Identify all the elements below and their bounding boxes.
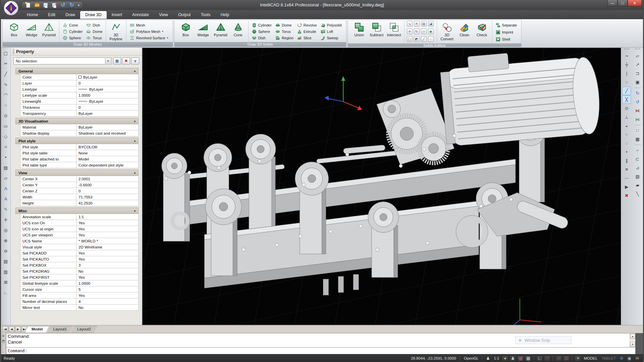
torus-button[interactable]: Torus xyxy=(85,35,103,41)
collapse-icon[interactable]: ▲ xyxy=(133,171,136,174)
polygon-tool-icon[interactable]: ◇ xyxy=(2,132,10,140)
open-file-icon[interactable] xyxy=(34,2,40,8)
shell-button[interactable]: Shell xyxy=(494,36,518,42)
line-tool-icon[interactable]: ╱ xyxy=(2,70,10,78)
color-edges-button[interactable]: ◩ xyxy=(414,36,420,42)
section-header-misc[interactable]: Misc▲ xyxy=(15,208,139,214)
rotate-cw-tool-icon[interactable]: ↻ xyxy=(633,89,642,97)
property-value[interactable]: ByLayer xyxy=(76,74,139,80)
property-value[interactable]: 41.2530 xyxy=(76,200,139,206)
wedge-button[interactable]: Wedge xyxy=(23,21,40,42)
spline-tool-icon[interactable]: ≈ xyxy=(2,143,10,151)
property-value[interactable]: None xyxy=(76,150,139,156)
zoom-in-tool-icon[interactable]: ⊕ xyxy=(2,236,10,244)
check-interference-button[interactable]: ▫ xyxy=(428,36,434,42)
subtract-button[interactable]: Subtract xyxy=(368,21,385,43)
command-history[interactable]: Command:Cancel xyxy=(6,333,635,347)
property-value[interactable]: Yes xyxy=(76,220,139,226)
redo-icon[interactable]: ↻ xyxy=(68,2,75,8)
scroll-up-icon[interactable]: ▲ xyxy=(630,334,635,339)
menu-tab-annotate[interactable]: Annotate xyxy=(127,11,154,19)
section-header-view[interactable]: View▲ xyxy=(15,170,139,176)
box-button[interactable]: Box xyxy=(5,21,23,42)
property-value[interactable]: 0 xyxy=(76,104,139,110)
property-value[interactable]: 5 xyxy=(76,286,139,292)
snap-insertion-icon[interactable]: ◌ xyxy=(622,139,631,147)
command-input[interactable]: Command: xyxy=(6,347,635,354)
toolbar-grip[interactable] xyxy=(635,49,640,50)
snap-node-icon[interactable]: ▫ xyxy=(622,130,631,139)
text-tool-icon[interactable]: A xyxy=(2,184,10,192)
close-button[interactable]: ✕ xyxy=(628,0,642,6)
snap-extension-icon[interactable]: ⋯ xyxy=(622,174,631,182)
pyramid-button[interactable]: Pyramid xyxy=(40,21,58,42)
snap-nearest-icon[interactable]: ╱ xyxy=(622,87,631,95)
property-value[interactable]: ByLayer xyxy=(76,86,139,92)
property-value[interactable]: 0 xyxy=(76,80,139,86)
property-value[interactable]: Yes xyxy=(76,226,139,232)
dish-button[interactable]: Dish xyxy=(85,22,103,28)
new-file-icon[interactable] xyxy=(25,2,32,8)
toolbar-overflow-icon[interactable]: ▾ xyxy=(78,3,79,7)
tablet-toggle[interactable]: TABLET xyxy=(600,356,617,360)
model-viewport[interactable] xyxy=(142,48,621,325)
copy-edges-button[interactable]: ▢ xyxy=(407,36,413,42)
property-value[interactable]: 3 xyxy=(76,262,139,268)
property-panel-header[interactable]: Property xyxy=(11,48,142,56)
quick-select-button[interactable]: ▦ xyxy=(113,57,121,64)
filter-button[interactable]: ▼ xyxy=(131,57,139,64)
offset-face-tool-icon[interactable]: ⊏ xyxy=(633,155,642,163)
slice-button[interactable]: Slice xyxy=(296,35,318,41)
property-value[interactable]: 4 xyxy=(76,299,139,305)
esnap-toggle-icon[interactable]: ⌖ xyxy=(555,356,562,361)
tab-layout1[interactable]: Layout1 xyxy=(47,326,73,333)
copy-faces-button[interactable]: ▤ xyxy=(421,21,427,27)
property-value[interactable]: No xyxy=(76,268,139,274)
command-scrollbar[interactable]: ▲ ▼ xyxy=(630,333,635,347)
menu-tab-output[interactable]: Output xyxy=(173,11,196,19)
cone-button[interactable]: Cone xyxy=(229,21,247,42)
chevron-down-icon[interactable]: ▾ xyxy=(105,58,111,64)
rotate-faces-button[interactable]: ↻ xyxy=(414,29,420,34)
extrude-button[interactable]: Extrude xyxy=(296,28,318,35)
property-value[interactable]: ByLayer xyxy=(76,124,139,130)
property-value[interactable]: 2D Wireframe xyxy=(76,244,139,250)
torus-button[interactable]: Torus xyxy=(274,28,294,35)
union-button[interactable]: Union xyxy=(351,21,368,43)
select-tool-icon[interactable]: ▢ xyxy=(2,49,10,57)
3d-sketch-tool-icon[interactable]: ╲ xyxy=(633,190,642,198)
property-value[interactable]: Color-dependent plot style xyxy=(76,162,139,168)
3d-convert-button[interactable]: 3D Convert xyxy=(438,21,456,43)
3d-orbit-tool-icon[interactable]: ▧ xyxy=(633,172,642,181)
snap-quick-icon[interactable]: ▶ xyxy=(622,183,631,191)
arc-tool-icon[interactable]: ◠ xyxy=(2,91,10,99)
ortho-toggle-icon[interactable]: ∟ xyxy=(536,356,543,361)
region-button[interactable]: Region xyxy=(274,35,294,41)
save-icon[interactable] xyxy=(42,2,49,8)
property-value[interactable]: Model xyxy=(76,156,139,162)
point-tool-icon[interactable]: • xyxy=(2,153,10,161)
explode-tool-icon[interactable]: ▣ xyxy=(633,78,642,86)
polysolid-button[interactable]: Polysolid xyxy=(319,22,343,28)
snap-point-icon[interactable]: ∣ xyxy=(622,69,631,78)
intersect-button[interactable]: Intersect xyxy=(385,21,403,43)
ellipse-tool-icon[interactable]: ⊙ xyxy=(2,111,10,120)
property-value[interactable]: Shadows cast and received xyxy=(76,130,139,136)
delete-faces-button[interactable]: ✕ xyxy=(414,21,420,27)
collapse-icon[interactable]: ▲ xyxy=(133,139,136,142)
property-value[interactable]: BYCOLOR xyxy=(76,144,139,150)
grid-toggle-icon[interactable]: ▦ xyxy=(525,356,531,361)
undo-icon[interactable]: ↺ xyxy=(60,2,66,8)
taper-faces-button[interactable]: ◆ xyxy=(428,29,434,34)
revolved-surface-button[interactable]: Revolved Surface▾ xyxy=(128,35,169,41)
erase-tool-icon[interactable]: ✂ xyxy=(2,59,10,67)
insert-block-tool-icon[interactable]: ⊞ xyxy=(2,278,10,286)
save-as-icon[interactable] xyxy=(51,2,58,8)
check-button[interactable]: Check xyxy=(473,21,491,43)
loft-button[interactable]: Loft xyxy=(319,28,343,35)
snap-tangent-icon[interactable]: ◒ xyxy=(622,122,631,130)
pyramid-button[interactable]: Pyramid xyxy=(212,21,229,42)
annotation-figure-icon[interactable]: ♟ xyxy=(485,356,491,361)
workspaces-icon[interactable]: ▣ xyxy=(626,356,633,361)
property-value[interactable]: Yes xyxy=(76,256,139,262)
